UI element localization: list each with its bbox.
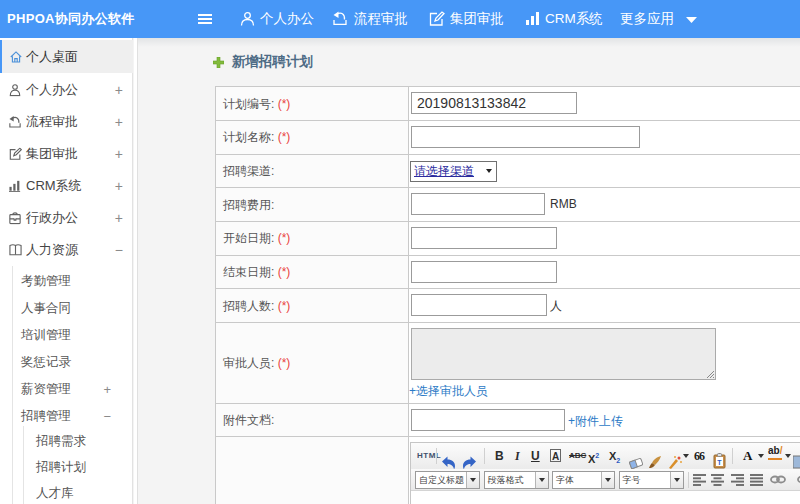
svg-text:T: T	[717, 459, 722, 466]
